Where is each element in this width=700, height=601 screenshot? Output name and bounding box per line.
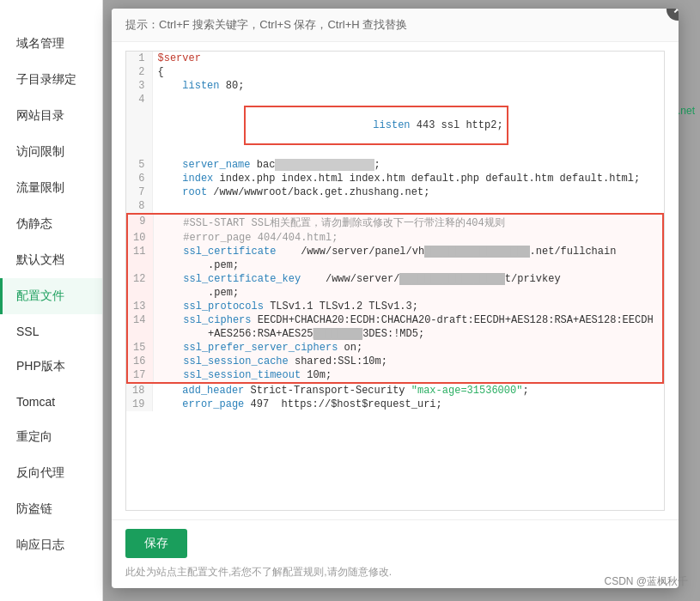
ssl-line-11b: .pem; <box>127 258 663 272</box>
ssl-line-11: 11 ssl_certificate /www/server/panel/vh█… <box>127 245 663 258</box>
ssl-line-14b: +AES256:RSA+AES25████████3DES:!MD5; <box>127 327 663 341</box>
sidebar: 域名管理 子目录绑定 网站目录 访问限制 流量限制 伪静态 默认文档 配置文件 … <box>0 0 103 601</box>
sidebar-item-access[interactable]: 访问限制 <box>0 134 102 170</box>
sidebar-item-traffic[interactable]: 流量限制 <box>0 170 102 206</box>
ssl-line-15: 15 ssl_prefer_server_ciphers on; <box>127 341 663 355</box>
save-button[interactable]: 保存 <box>125 529 187 558</box>
dialog-footer: 保存 此处为站点主配置文件,若您不了解配置规则,请勿随意修改. <box>112 519 679 588</box>
code-editor[interactable]: 1 $server 2 { 3 listen 80; <box>125 51 665 511</box>
code-line-18: 18 add_header Strict-Transport-Security … <box>126 384 664 398</box>
dialog-hint: 提示：Ctrl+F 搜索关键字，Ctrl+S 保存，Ctrl+H 查找替换 <box>112 9 679 42</box>
code-line-8: 8 <box>126 199 664 213</box>
ssl-line-10: 10 #error_page 404/404.html; <box>127 231 663 245</box>
sidebar-item-php[interactable]: PHP版本 <box>0 349 102 385</box>
sidebar-item-tomcat[interactable]: Tomcat <box>0 385 102 419</box>
code-line-1: 1 $server <box>126 52 664 65</box>
code-line-4: 4 listen 443 ssl http2; <box>126 93 664 158</box>
dialog-note: 此处为站点主配置文件,若您不了解配置规则,请勿随意修改. <box>125 565 665 580</box>
sidebar-item-redirect[interactable]: 重定向 <box>0 419 102 455</box>
sidebar-item-domain[interactable]: 域名管理 <box>0 26 102 62</box>
code-line-19: 19 error_page 497 https://$host$request_… <box>126 398 664 411</box>
code-line-7: 7 root /www/wwwroot/back.get.zhushang.ne… <box>126 185 664 199</box>
ssl-block-start: 9 #SSL-START SSL相关配置，请勿删除或修改下一行带注释的404规则… <box>126 213 664 384</box>
sidebar-item-subdir[interactable]: 子目录绑定 <box>0 62 102 98</box>
code-table: 1 $server 2 { 3 listen 80; <box>126 52 664 411</box>
sidebar-item-hotlink[interactable]: 防盗链 <box>0 491 102 527</box>
sidebar-item-log[interactable]: 响应日志 <box>0 527 102 563</box>
ssl-line-12b: .pem; <box>127 286 663 300</box>
code-line-2: 2 { <box>126 65 664 79</box>
ssl-line-12: 12 ssl_certificate_key /www/server/█████… <box>127 272 663 286</box>
sidebar-item-default-doc[interactable]: 默认文档 <box>0 242 102 278</box>
ssl-line-9: 9 #SSL-START SSL相关配置，请勿删除或修改下一行带注释的404规则 <box>127 214 663 231</box>
config-dialog: ✕ 提示：Ctrl+F 搜索关键字，Ctrl+S 保存，Ctrl+H 查找替换 … <box>112 9 679 588</box>
code-line-3: 3 listen 80; <box>126 79 664 93</box>
sidebar-item-rewrite[interactable]: 伪静态 <box>0 206 102 242</box>
ssl-block: 9 #SSL-START SSL相关配置，请勿删除或修改下一行带注释的404规则… <box>126 213 664 384</box>
sidebar-item-webdir[interactable]: 网站目录 <box>0 98 102 134</box>
code-line-5: 5 server_name bac████████████████; <box>126 158 664 172</box>
ssl-line-16: 16 ssl_session_cache shared:SSL:10m; <box>127 355 663 368</box>
ssl-line-14: 14 ssl_ciphers EECDH+CHACHA20:ECDH:CHACH… <box>127 313 663 327</box>
code-line-6: 6 index index.php index.html index.htm d… <box>126 172 664 185</box>
sidebar-item-ssl[interactable]: SSL <box>0 314 102 349</box>
sidebar-item-proxy[interactable]: 反向代理 <box>0 455 102 491</box>
ssl-line-17: 17 ssl_session_timeout 10m; <box>127 368 663 383</box>
watermark: CSDN @蓝枫秋千 <box>604 574 688 589</box>
ssl-line-13: 13 ssl_protocols TLSv1.1 TLSv1.2 TLSv1.3… <box>127 300 663 313</box>
sidebar-item-config[interactable]: 配置文件 <box>0 278 102 314</box>
